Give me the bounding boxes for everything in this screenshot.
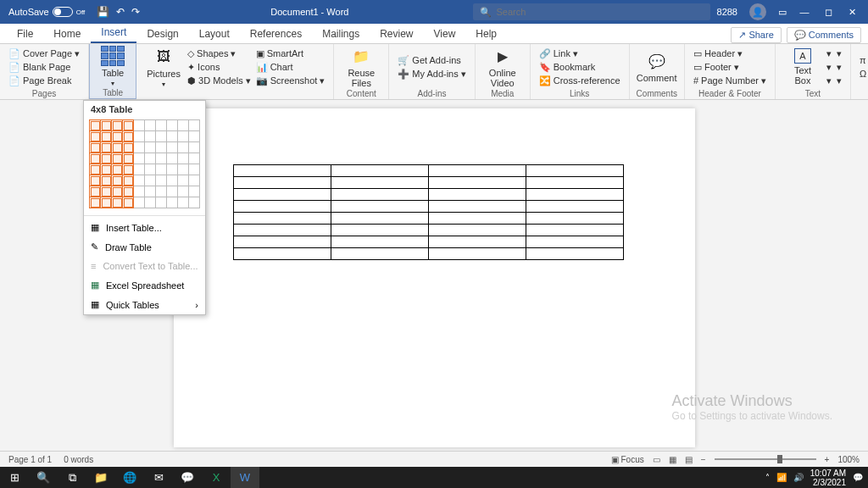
autosave-toggle[interactable] — [53, 7, 73, 17]
tab-home[interactable]: Home — [43, 25, 91, 43]
header-button[interactable]: ▭ Header ▾ — [692, 47, 768, 60]
table-grid-picker[interactable] — [84, 118, 205, 214]
start-button[interactable]: ⊞ — [0, 467, 29, 488]
my-addins-button[interactable]: ➕ My Add-ins ▾ — [396, 68, 467, 80]
clock[interactable]: 10:07 AM2/3/2021 — [810, 469, 846, 487]
print-layout-icon[interactable]: ▦ — [669, 455, 676, 464]
table-size-label: 4x8 Table — [84, 101, 205, 118]
excel-icon: ▦ — [91, 280, 99, 291]
taskview-icon[interactable]: ⧉ — [58, 467, 86, 488]
explorer-icon[interactable]: 📁 — [86, 467, 115, 488]
web-layout-icon[interactable]: ▤ — [685, 455, 693, 464]
focus-button[interactable]: ▣ Focus — [611, 455, 644, 464]
chrome-icon[interactable]: 🌐 — [115, 467, 144, 488]
zoom-level[interactable]: 100% — [837, 455, 860, 464]
chart-button[interactable]: 📊 Chart — [254, 61, 327, 74]
page-status[interactable]: Page 1 of 1 — [8, 455, 52, 464]
search-taskbar-icon[interactable]: 🔍 — [29, 467, 58, 488]
cover-page-button[interactable]: 📄 Cover Page ▾ — [7, 47, 81, 60]
zoom-slider[interactable] — [715, 458, 816, 460]
link-button[interactable]: 🔗 Link ▾ — [537, 47, 622, 60]
undo-icon[interactable]: ↶ — [116, 6, 125, 18]
tab-layout[interactable]: Layout — [189, 25, 240, 43]
group-addins: Add-ins — [396, 88, 467, 99]
get-addins-button[interactable]: 🛒 Get Add-ins — [396, 54, 467, 67]
insert-table-menuitem[interactable]: ▦Insert Table... — [84, 218, 205, 237]
wifi-icon[interactable]: 📶 — [776, 473, 787, 482]
group-header-footer: Header & Footer — [692, 88, 768, 99]
blank-page-button[interactable]: 📄 Blank Page — [7, 61, 81, 74]
group-text: Text — [782, 88, 843, 99]
convert-text-menuitem: ≡Convert Text to Table... — [84, 257, 205, 275]
save-icon[interactable]: 💾 — [97, 6, 109, 18]
group-content: Content — [341, 88, 381, 99]
table-button[interactable]: Table▾ — [97, 46, 129, 87]
zoom-in-icon[interactable]: + — [825, 455, 830, 464]
word-taskbar-icon[interactable]: W — [231, 467, 259, 488]
tab-view[interactable]: View — [424, 25, 466, 43]
document-page[interactable] — [174, 108, 695, 447]
ribbon-display-icon[interactable]: ▭ — [778, 7, 787, 18]
pictures-button[interactable]: 🖼Pictures▾ — [143, 46, 184, 88]
tab-mailings[interactable]: Mailings — [312, 25, 370, 43]
tab-help[interactable]: Help — [465, 25, 507, 43]
share-button[interactable]: ↗ Share — [731, 27, 781, 43]
group-table: Table — [97, 87, 129, 98]
page-break-button[interactable]: 📄 Page Break — [7, 75, 81, 87]
notifications-icon[interactable]: 💬 — [853, 473, 863, 482]
zoom-out-icon[interactable]: − — [701, 455, 706, 464]
smartart-button[interactable]: ▣ SmartArt — [254, 47, 327, 60]
group-comments: Comments — [637, 88, 677, 99]
comment-button[interactable]: 💬Comment — [637, 46, 677, 88]
equation-button[interactable]: π Equation ▾ — [858, 54, 868, 67]
tab-design[interactable]: Design — [136, 25, 188, 43]
screenshot-button[interactable]: 📷 Screenshot ▾ — [254, 75, 327, 87]
close-icon[interactable]: ✕ — [846, 7, 858, 18]
cross-reference-button[interactable]: 🔀 Cross-reference — [537, 75, 622, 87]
whatsapp-icon[interactable]: 💬 — [173, 467, 202, 488]
pencil-icon: ✎ — [91, 241, 98, 252]
search-input[interactable] — [497, 7, 704, 17]
grid-icon: ▦ — [91, 222, 99, 233]
tray-chevron-icon[interactable]: ˄ — [765, 473, 770, 482]
tab-review[interactable]: Review — [370, 25, 423, 43]
tab-references[interactable]: References — [240, 25, 312, 43]
convert-icon: ≡ — [91, 261, 96, 271]
text-box-button[interactable]: AText Box — [782, 46, 823, 88]
reuse-files-button[interactable]: 📁Reuse Files — [341, 46, 381, 88]
volume-icon[interactable]: 🔊 — [793, 473, 804, 482]
autosave-label: AutoSave — [8, 7, 49, 17]
search-icon: 🔍 — [480, 7, 492, 18]
read-mode-icon[interactable]: ▭ — [653, 455, 660, 464]
comments-button[interactable]: 💬 Comments — [787, 27, 861, 43]
search-box[interactable]: 🔍 — [473, 3, 710, 20]
word-count[interactable]: 0 words — [64, 455, 93, 464]
avatar[interactable]: 👤 — [749, 3, 766, 20]
document-table[interactable] — [233, 164, 624, 260]
tab-insert[interactable]: Insert — [91, 23, 136, 43]
group-links: Links — [537, 88, 622, 99]
icons-button[interactable]: ✦ Icons — [186, 61, 253, 74]
redo-icon[interactable]: ↷ — [131, 6, 140, 18]
footer-button[interactable]: ▭ Footer ▾ — [692, 61, 768, 74]
quick-tables-menuitem[interactable]: ▦Quick Tables› — [84, 295, 205, 314]
excel-taskbar-icon[interactable]: X — [202, 467, 231, 488]
mail-icon[interactable]: ✉ — [144, 467, 173, 488]
excel-spreadsheet-menuitem[interactable]: ▦Excel Spreadsheet — [84, 275, 205, 295]
group-pages: Pages — [7, 88, 81, 99]
3d-models-button[interactable]: ⬢ 3D Models ▾ — [186, 75, 253, 87]
online-video-button[interactable]: ▶Online Video — [482, 46, 523, 88]
group-media: Media — [482, 88, 523, 99]
page-number-button[interactable]: # Page Number ▾ — [692, 75, 768, 87]
grid-icon: ▦ — [91, 299, 99, 310]
document-title: Document1 - Word — [147, 7, 472, 17]
symbol-button[interactable]: Ω Symbol ▾ — [858, 68, 868, 80]
draw-table-menuitem[interactable]: ✎Draw Table — [84, 237, 205, 257]
chevron-right-icon: › — [195, 300, 198, 310]
shapes-button[interactable]: ◇ Shapes ▾ — [186, 47, 253, 60]
tab-file[interactable]: File — [7, 25, 43, 43]
autosave-state: Off — [76, 8, 86, 16]
minimize-icon[interactable]: — — [798, 7, 810, 17]
maximize-icon[interactable]: ◻ — [822, 7, 834, 18]
bookmark-button[interactable]: 🔖 Bookmark — [537, 61, 622, 74]
